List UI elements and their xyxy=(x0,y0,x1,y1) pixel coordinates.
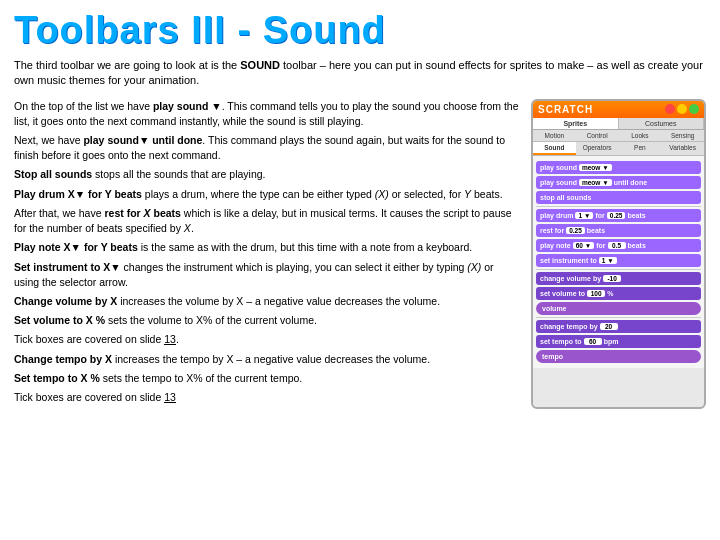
intro-bold: SOUND xyxy=(240,59,280,71)
paragraph-4: Play drum X▼ for Y beats plays a drum, w… xyxy=(14,187,521,202)
paragraph-7: Set instrument to X▼ changes the instrum… xyxy=(14,260,521,290)
block-label: change tempo by xyxy=(540,323,598,330)
scratch-header: SCRATCH xyxy=(533,101,704,118)
block-tempo-reporter[interactable]: tempo xyxy=(536,350,701,363)
block-rest-for[interactable]: rest for 0.25 beats xyxy=(536,224,701,237)
block-set-tempo[interactable]: set tempo to 60 bpm xyxy=(536,335,701,348)
block-input-tempo[interactable]: 60 xyxy=(584,338,602,345)
block-label: tempo xyxy=(542,353,563,360)
scratch-blocks-panel: play sound meow ▼ play sound meow ▼ unti… xyxy=(533,156,704,368)
block-input-note[interactable]: 60 ▼ xyxy=(573,242,594,249)
block-suffix: until done xyxy=(614,179,647,186)
scratch-subtabs: Motion Control Looks Sensing xyxy=(533,130,704,142)
scratch-logo: SCRATCH xyxy=(538,104,593,115)
paragraph-13: Tick boxes are covered on slide 13 xyxy=(14,390,521,405)
divider-1 xyxy=(536,206,701,207)
block-play-sound[interactable]: play sound meow ▼ xyxy=(536,161,701,174)
block-suffix: for xyxy=(595,212,604,219)
page-container: Toolbars III - Sound The third toolbar w… xyxy=(0,0,720,540)
text-section: On the top of the list we have play soun… xyxy=(14,99,521,410)
subtab-variables[interactable]: Variables xyxy=(661,142,704,155)
block-input-instrument[interactable]: 1 ▼ xyxy=(599,257,617,264)
block-input-sound2[interactable]: meow ▼ xyxy=(579,179,612,186)
block-label: set volume to xyxy=(540,290,585,297)
block-input-note-beats[interactable]: 0.5 xyxy=(608,242,626,249)
subtab-looks[interactable]: Looks xyxy=(619,130,662,141)
scratch-panel: SCRATCH Sprites Costumes Motion Control … xyxy=(531,99,706,410)
intro-text: The third toolbar we are going to look a… xyxy=(14,58,706,89)
subtab-sound[interactable]: Sound xyxy=(533,142,576,155)
block-label: play drum xyxy=(540,212,573,219)
block-label: play sound xyxy=(540,164,577,171)
scratch-subtabs-2: Sound Operators Pen Variables xyxy=(533,142,704,156)
scratch-window-controls xyxy=(665,104,699,114)
block-play-note[interactable]: play note 60 ▼ for 0.5 beats xyxy=(536,239,701,252)
paragraph-11: Change tempo by X increases the tempo by… xyxy=(14,352,521,367)
block-play-sound-until-done[interactable]: play sound meow ▼ until done xyxy=(536,176,701,189)
main-content: On the top of the list we have play soun… xyxy=(14,99,706,410)
paragraph-9: Set volume to X % sets the volume to X% … xyxy=(14,313,521,328)
divider-3 xyxy=(536,317,701,318)
paragraph-3: Stop all sounds stops all the sounds tha… xyxy=(14,167,521,182)
block-suffix: for xyxy=(596,242,605,249)
slide-link-2[interactable]: 13 xyxy=(164,391,176,403)
block-label: change volume by xyxy=(540,275,601,282)
subtab-pen[interactable]: Pen xyxy=(619,142,662,155)
block-input-volume-change[interactable]: -10 xyxy=(603,275,621,282)
paragraph-1: On the top of the list we have play soun… xyxy=(14,99,521,129)
block-input-sound[interactable]: meow ▼ xyxy=(579,164,612,171)
block-label: volume xyxy=(542,305,567,312)
close-button-icon[interactable] xyxy=(665,104,675,114)
block-set-instrument[interactable]: set instrument to 1 ▼ xyxy=(536,254,701,267)
paragraph-2: Next, we have play sound▼ until done. Th… xyxy=(14,133,521,163)
paragraph-10: Tick boxes are covered on slide 13. xyxy=(14,332,521,347)
block-input-volume[interactable]: 100 xyxy=(587,290,605,297)
paragraph-8: Change volume by X increases the volume … xyxy=(14,294,521,309)
maximize-button-icon[interactable] xyxy=(689,104,699,114)
block-set-volume[interactable]: set volume to 100 % xyxy=(536,287,701,300)
block-input-rest[interactable]: 0.25 xyxy=(566,227,585,234)
block-input-tempo-change[interactable]: 20 xyxy=(600,323,618,330)
block-volume-reporter[interactable]: volume xyxy=(536,302,701,315)
tab-sprites[interactable]: Sprites xyxy=(533,118,619,129)
block-stop-all-sounds[interactable]: stop all sounds xyxy=(536,191,701,204)
paragraph-5: After that, we have rest for X beats whi… xyxy=(14,206,521,236)
block-change-tempo[interactable]: change tempo by 20 xyxy=(536,320,701,333)
block-input-drum[interactable]: 1 ▼ xyxy=(575,212,593,219)
paragraph-6: Play note X▼ for Y beats is the same as … xyxy=(14,240,521,255)
page-title: Toolbars III - Sound xyxy=(14,10,706,52)
block-suffix2: beats xyxy=(628,242,646,249)
block-label: play sound xyxy=(540,179,577,186)
block-suffix: bpm xyxy=(604,338,619,345)
block-label: play note xyxy=(540,242,571,249)
subtab-sensing[interactable]: Sensing xyxy=(661,130,704,141)
scratch-tabs: Sprites Costumes xyxy=(533,118,704,130)
block-change-volume[interactable]: change volume by -10 xyxy=(536,272,701,285)
subtab-operators[interactable]: Operators xyxy=(576,142,619,155)
subtab-control[interactable]: Control xyxy=(576,130,619,141)
block-play-drum[interactable]: play drum 1 ▼ for 0.25 beats xyxy=(536,209,701,222)
block-suffix: % xyxy=(607,290,613,297)
block-input-beats[interactable]: 0.25 xyxy=(607,212,626,219)
slide-link-1[interactable]: 13 xyxy=(164,333,176,345)
block-suffix: beats xyxy=(587,227,605,234)
block-label: set instrument to xyxy=(540,257,597,264)
block-suffix2: beats xyxy=(627,212,645,219)
block-label: stop all sounds xyxy=(540,194,591,201)
tab-costumes[interactable]: Costumes xyxy=(619,118,705,129)
minimize-button-icon[interactable] xyxy=(677,104,687,114)
paragraph-12: Set tempo to X % sets the tempo to X% of… xyxy=(14,371,521,386)
divider-2 xyxy=(536,269,701,270)
block-label: rest for xyxy=(540,227,564,234)
subtab-motion[interactable]: Motion xyxy=(533,130,576,141)
block-label: set tempo to xyxy=(540,338,582,345)
intro-text-before: The third toolbar we are going to look a… xyxy=(14,59,240,71)
